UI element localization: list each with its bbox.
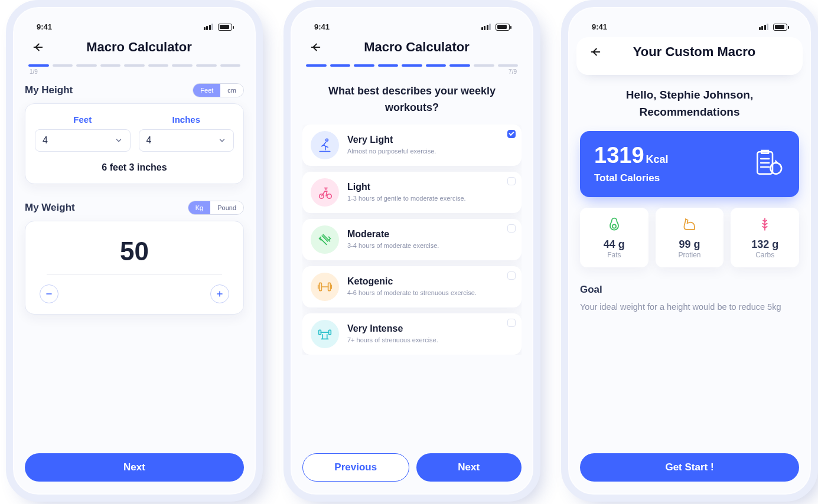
battery-icon <box>496 24 510 31</box>
height-summary: 6 feet 3 inches <box>35 152 234 173</box>
weight-value: 50 <box>47 232 222 275</box>
back-button[interactable] <box>31 40 45 54</box>
checkbox-icon <box>507 271 516 280</box>
dumbbell-icon <box>311 225 339 254</box>
option-very-light[interactable]: Very Light Almost no purposeful exercise… <box>302 125 522 166</box>
clipboard-icon <box>752 146 785 182</box>
progress-bar <box>25 62 244 67</box>
barbell-icon <box>311 273 339 301</box>
height-unit-toggle: Feet cm <box>193 83 244 97</box>
status-time: 9:41 <box>314 22 330 31</box>
previous-button[interactable]: Previous <box>302 453 409 482</box>
col-feet-label: Feet <box>35 114 131 125</box>
avocado-icon <box>606 216 623 233</box>
inches-select[interactable]: 4 <box>139 129 234 152</box>
status-bar: 9:41 <box>580 19 799 37</box>
svg-point-0 <box>326 139 328 141</box>
chevron-down-icon <box>115 136 123 145</box>
phone-step7: 9:41 Macro Calculator 7/9 What best desc… <box>283 0 540 502</box>
page-title: Your Custom Macro <box>612 44 777 60</box>
macro-fats: 44 g Fats <box>580 208 648 267</box>
status-bar: 9:41 <box>25 19 244 37</box>
goal-heading: Goal <box>580 284 799 296</box>
kcal-label: Total Calories <box>594 172 669 184</box>
svg-point-9 <box>612 224 616 228</box>
checkbox-icon <box>507 319 516 327</box>
col-inches-label: Inches <box>139 114 234 125</box>
options-list: Very Light Almost no purposeful exercise… <box>302 125 522 355</box>
next-button[interactable]: Next <box>25 453 244 482</box>
phone-step1: 9:41 Macro Calculator 1/9 My Height Feet… <box>6 0 263 502</box>
goal-text: Your ideal weight for a height would be … <box>580 300 799 313</box>
height-label: My Height <box>25 84 73 96</box>
unit-kg[interactable]: Kg <box>188 201 210 214</box>
chevron-down-icon <box>218 136 226 145</box>
header: Macro Calculator <box>25 37 244 62</box>
page-title: Macro Calculator <box>54 40 224 55</box>
unit-cm[interactable]: cm <box>220 84 243 97</box>
status-bar: 9:41 <box>302 19 522 37</box>
macro-carbs: 132 g Carbs <box>731 208 799 267</box>
exercise-bike-icon <box>311 178 339 207</box>
checkbox-icon <box>507 224 516 233</box>
running-icon <box>311 131 339 159</box>
phone-result: 9:41 Your Custom Macro Hello, Stephie Jo… <box>561 0 818 502</box>
header: Macro Calculator <box>302 37 522 62</box>
kcal-unit: Kcal <box>646 153 669 165</box>
checkbox-icon <box>507 177 516 185</box>
get-start-button[interactable]: Get Start ! <box>580 453 799 482</box>
greeting: Hello, Stephie Johnson, Recommendations <box>580 84 799 131</box>
unit-pound[interactable]: Pound <box>210 201 243 214</box>
status-time: 9:41 <box>37 22 52 31</box>
svg-point-2 <box>327 194 332 199</box>
macros-row: 44 g Fats 99 g Protien 132 g Carbs <box>580 208 799 267</box>
height-panel: Feet 4 Inches 4 6 feet 3 inches <box>25 103 244 184</box>
next-button[interactable]: Next <box>416 453 522 482</box>
calories-card: 1319Kcal Total Calories <box>580 131 799 197</box>
gym-machine-icon <box>311 320 339 348</box>
weight-unit-toggle: Kg Pound <box>188 201 244 215</box>
battery-icon <box>218 24 232 31</box>
wheat-icon <box>757 216 773 233</box>
increment-button[interactable] <box>210 284 229 303</box>
progress-bar <box>302 62 522 67</box>
signal-icon <box>204 24 214 30</box>
signal-icon <box>759 24 769 30</box>
option-very-intense[interactable]: Very Intense 7+ hours of strenuous exerc… <box>302 313 522 355</box>
kcal-value: 1319 <box>594 143 644 168</box>
back-button[interactable] <box>308 40 322 54</box>
option-moderate[interactable]: Moderate 3-4 hours of moderate exercise. <box>302 219 522 260</box>
weight-panel: 50 <box>25 221 244 315</box>
signal-icon <box>481 24 491 30</box>
progress-count: 7/9 <box>302 67 522 81</box>
weight-label: My Weight <box>25 202 75 214</box>
feet-select[interactable]: 4 <box>35 129 131 152</box>
checkbox-icon <box>507 130 516 138</box>
page-title: Macro Calculator <box>332 40 501 55</box>
muscle-icon <box>682 216 698 233</box>
status-time: 9:41 <box>592 22 607 31</box>
header: Your Custom Macro <box>582 42 797 62</box>
battery-icon <box>773 24 787 31</box>
progress-count: 1/9 <box>25 67 244 81</box>
back-button[interactable] <box>588 45 602 59</box>
option-light[interactable]: Light 1-3 hours of gentle to moderate ex… <box>302 172 522 213</box>
decrement-button[interactable] <box>40 284 58 303</box>
question-text: What best describes your weekly workouts… <box>302 81 522 125</box>
unit-feet[interactable]: Feet <box>193 84 220 97</box>
macro-protein: 99 g Protien <box>656 208 724 267</box>
option-ketogenic[interactable]: Ketogenic 4-6 hours of moderate to stren… <box>302 266 522 307</box>
